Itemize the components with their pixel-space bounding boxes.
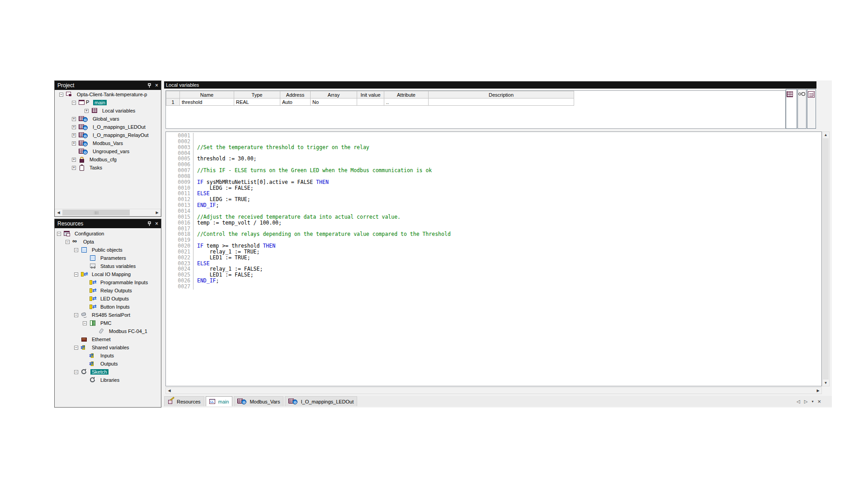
expand-icon[interactable]: + <box>72 166 76 170</box>
tree-item-opta[interactable]: −Opta <box>55 238 161 246</box>
tree-item-label[interactable]: main <box>93 100 107 105</box>
tree-item-pmc[interactable]: −PMC <box>55 319 161 327</box>
variable-cell-name[interactable]: threshold <box>180 99 234 106</box>
tab-nav-right-icon[interactable]: ▷ <box>804 399 808 404</box>
editor-vscrollbar[interactable]: ▲ ▼ <box>822 131 830 386</box>
tree-item-i-o-mappings-ledout[interactable]: +I_O_mappings_LEDOut <box>55 123 161 131</box>
tree-item-modbus-cfg[interactable]: +Modbus_cfg <box>55 155 161 164</box>
tree-item-label[interactable]: Configuration <box>73 231 105 236</box>
variable-cell-address[interactable]: Auto <box>280 99 311 106</box>
column-header-array[interactable]: Array <box>311 91 357 99</box>
tree-item-label[interactable]: Opta <box>82 239 95 244</box>
tree-item-tasks[interactable]: +Tasks <box>55 164 161 172</box>
tree-item-i-o-mappings-relayout[interactable]: +I_O_mappings_RelayOut <box>55 131 161 139</box>
variable-cell-init-value[interactable] <box>357 99 384 106</box>
tab-resources[interactable]: Resources <box>164 396 204 406</box>
tree-item-status-variables[interactable]: Status variables <box>55 262 161 270</box>
tree-item-global-vars[interactable]: +Global_vars <box>55 115 161 123</box>
tree-item-outputs[interactable]: Outputs <box>55 360 161 368</box>
pin-icon[interactable] <box>147 83 151 88</box>
expand-icon[interactable]: + <box>85 109 89 113</box>
column-header-init-value[interactable]: Init value <box>357 91 384 99</box>
pin-icon[interactable] <box>147 221 151 226</box>
tree-item-label[interactable]: Modbus_cfg <box>88 157 118 162</box>
collapse-icon[interactable]: − <box>74 370 78 374</box>
tree-item-label[interactable]: Sketch <box>90 369 108 375</box>
tree-item-rs485-serialport[interactable]: −RS485 SerialPort <box>55 311 161 319</box>
tree-item-public-objects[interactable]: −Public objects <box>55 246 161 254</box>
scroll-left-icon[interactable]: ◀ <box>166 388 173 394</box>
tree-item-label[interactable]: Modbus_Vars <box>91 141 124 146</box>
collapse-icon[interactable]: − <box>74 313 78 317</box>
tree-item-label[interactable]: PMC <box>99 320 113 326</box>
tree-item-local-io-mapping[interactable]: −Local IO Mapping <box>55 270 161 278</box>
column-header-description[interactable]: Description <box>429 91 574 99</box>
tree-item-button-inputs[interactable]: Button Inputs <box>55 303 161 311</box>
expand-icon[interactable]: + <box>72 125 76 129</box>
tree-item-label[interactable]: Button Inputs <box>99 304 131 310</box>
tree-item-local-variables[interactable]: +Local variables <box>55 107 161 115</box>
expand-icon[interactable]: + <box>72 141 76 145</box>
column-header-name[interactable]: Name <box>180 91 234 99</box>
tree-item-label[interactable]: Inputs <box>99 353 115 358</box>
tree-item-ungrouped-vars[interactable]: Ungrouped_vars <box>55 147 161 155</box>
code-editor[interactable]: 000100020003//Set the temperature thresh… <box>165 131 822 386</box>
watch-view-button[interactable] <box>797 89 807 129</box>
tab-list-dropdown-icon[interactable]: ▾ <box>811 399 813 404</box>
tree-item-label[interactable]: I_O_mappings_LEDOut <box>91 124 147 130</box>
close-icon[interactable]: × <box>155 83 158 88</box>
grid-view-button[interactable] <box>786 89 797 129</box>
variable-cell-description[interactable] <box>429 99 574 106</box>
tree-item-configuration[interactable]: −Configuration <box>55 230 161 238</box>
tree-item-label[interactable]: Modbus FC-04_1 <box>108 328 149 334</box>
tree-item-label[interactable]: Global_vars <box>91 116 121 122</box>
tree-item-label[interactable]: Status variables <box>99 263 137 269</box>
tree-item-libraries[interactable]: Libraries <box>55 376 161 384</box>
tree-item-main[interactable]: −main <box>55 99 161 107</box>
variable-cell-type[interactable]: REAL <box>234 99 280 106</box>
tree-item-label[interactable]: Local variables <box>101 108 137 113</box>
tree-item-label[interactable]: Relay Outputs <box>99 288 133 293</box>
variable-cell-attribute[interactable]: .. <box>384 99 429 106</box>
tree-item-modbus-fc-04-1[interactable]: Modbus FC-04_1 <box>55 327 161 335</box>
tree-item-label[interactable]: LED Outputs <box>99 296 130 301</box>
tree-item-ethernet[interactable]: Ethernet <box>55 335 161 343</box>
tree-item-label[interactable]: Opta-Client-Tank-temperature-p <box>75 92 148 97</box>
column-header-address[interactable]: Address <box>280 91 311 99</box>
tree-item-parameters[interactable]: Parameters <box>55 254 161 262</box>
doc-view-button[interactable] <box>807 89 816 129</box>
tree-item-opta-client-tank-temperature-p[interactable]: −Opta-Client-Tank-temperature-p <box>55 90 161 99</box>
expand-icon[interactable]: + <box>72 133 76 137</box>
collapse-icon[interactable]: − <box>66 240 70 244</box>
project-hscrollbar-thumb[interactable] <box>62 210 130 216</box>
scroll-down-icon[interactable]: ▼ <box>822 380 829 386</box>
scroll-right-icon[interactable]: ▶ <box>815 388 821 394</box>
collapse-icon[interactable]: − <box>57 232 61 236</box>
tree-item-label[interactable]: Ungrouped_vars <box>91 149 131 154</box>
tree-item-label[interactable]: Ethernet <box>90 337 112 342</box>
tab-close-icon[interactable]: × <box>817 398 821 405</box>
variable-cell-array[interactable]: No <box>311 99 357 106</box>
collapse-icon[interactable]: − <box>83 321 87 325</box>
collapse-icon[interactable]: − <box>74 346 78 350</box>
tree-item-relay-outputs[interactable]: Relay Outputs <box>55 286 161 295</box>
tree-item-sketch[interactable]: −Sketch <box>55 368 161 376</box>
tree-item-led-outputs[interactable]: LED Outputs <box>55 295 161 303</box>
tree-item-label[interactable]: Tasks <box>88 165 104 170</box>
tab-modbus-vars[interactable]: Modbus_Vars <box>234 396 283 406</box>
project-hscrollbar[interactable]: ◀ ▶ <box>55 209 161 216</box>
expand-icon[interactable]: + <box>72 158 76 162</box>
tab-nav-left-icon[interactable]: ◁ <box>797 399 800 404</box>
editor-vscrollbar-thumb[interactable] <box>823 138 829 380</box>
collapse-icon[interactable]: − <box>59 93 63 97</box>
scroll-up-icon[interactable]: ▲ <box>822 132 829 138</box>
tree-item-label[interactable]: Public objects <box>90 247 124 253</box>
scroll-right-icon[interactable]: ▶ <box>154 210 160 216</box>
tab-i-o-mappings-ledout[interactable]: I_O_mappings_LEDOut <box>285 396 357 406</box>
tree-item-label[interactable]: I_O_mappings_RelayOut <box>91 132 150 138</box>
tree-item-label[interactable]: Outputs <box>99 361 119 366</box>
column-header-type[interactable]: Type <box>234 91 280 99</box>
scroll-left-icon[interactable]: ◀ <box>55 210 62 216</box>
tree-item-label[interactable]: Local IO Mapping <box>90 272 132 277</box>
tree-item-inputs[interactable]: Inputs <box>55 352 161 360</box>
